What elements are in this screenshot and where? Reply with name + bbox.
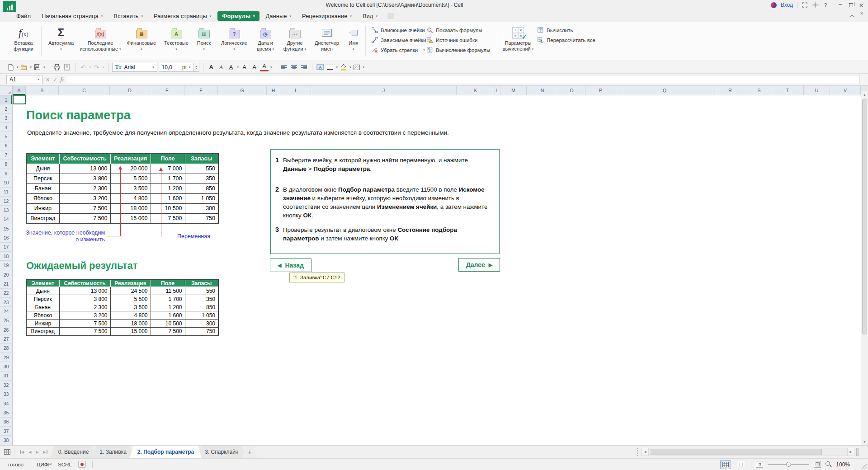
- trace-precedents-button[interactable]: Влияющие ячейки: [372, 27, 427, 34]
- text-effects-button[interactable]: A: [250, 62, 259, 72]
- pane-splitter[interactable]: [856, 448, 859, 456]
- chevron-down-icon[interactable]: ▾: [17, 66, 19, 69]
- table-cell[interactable]: 350: [185, 295, 218, 303]
- column-header-b[interactable]: B: [26, 86, 59, 95]
- column-header-r[interactable]: R: [713, 86, 747, 95]
- table-cell[interactable]: Яблоко: [26, 311, 59, 320]
- login-button[interactable]: Вход: [781, 2, 793, 8]
- font-size-stepper[interactable]: ▴▾: [194, 63, 199, 72]
- menu-item[interactable]: Начальная страница▾: [37, 11, 107, 21]
- row-header-30[interactable]: 30: [0, 362, 13, 371]
- table-cell[interactable]: 13 000: [59, 164, 110, 174]
- table-header-cell[interactable]: Поле: [151, 280, 185, 287]
- close-button[interactable]: ×: [858, 2, 864, 8]
- row-header-1[interactable]: 1: [0, 95, 13, 104]
- fill-color-button[interactable]: [339, 62, 348, 72]
- font-family-select[interactable]: TтArial ▾: [112, 63, 157, 72]
- formula-input[interactable]: [67, 75, 860, 84]
- recent-functions-button[interactable]: f(x)Последниеиспользованные ▾: [79, 22, 122, 61]
- add-sheet-tab[interactable]: +: [241, 446, 258, 458]
- table-cell[interactable]: 11 500: [151, 287, 185, 295]
- row-header-19[interactable]: 19: [0, 261, 13, 270]
- table-cell[interactable]: 15 000: [110, 213, 151, 223]
- table-cell[interactable]: 550: [185, 287, 218, 295]
- table-cell[interactable]: 10 500: [151, 320, 185, 328]
- confirm-icon[interactable]: ✓: [53, 77, 57, 83]
- table-header-cell[interactable]: Запасы: [185, 280, 218, 287]
- menu-item[interactable]: Вид▾: [358, 11, 382, 21]
- new-document-button[interactable]: [6, 62, 15, 72]
- row-header-12[interactable]: 12: [0, 197, 13, 206]
- collapse-ribbon-button[interactable]: [849, 11, 854, 19]
- chevron-down-icon[interactable]: ▾: [336, 66, 338, 69]
- row-header-7[interactable]: 7: [0, 150, 13, 160]
- table-cell[interactable]: 7 500: [59, 203, 110, 213]
- column-header-d[interactable]: D: [110, 86, 150, 95]
- table-header-cell[interactable]: Элемент: [26, 280, 59, 287]
- menu-item[interactable]: Данные▾: [261, 11, 296, 21]
- table-cell[interactable]: 1 200: [151, 183, 185, 193]
- table-cell[interactable]: 3 500: [110, 183, 151, 193]
- table-cell[interactable]: 7 500: [151, 213, 185, 223]
- scroll-right-icon[interactable]: ▶: [847, 448, 854, 456]
- table-cell[interactable]: 1 050: [185, 311, 218, 320]
- chevron-down-icon[interactable]: ▾: [237, 66, 239, 69]
- calculate-button[interactable]: +×Вычислить: [538, 27, 605, 34]
- column-header-k[interactable]: K: [457, 86, 495, 95]
- next-sheet-button[interactable]: ▶: [36, 450, 38, 454]
- table-cell[interactable]: 3 500: [110, 303, 151, 311]
- row-header-31[interactable]: 31: [0, 371, 13, 381]
- table-header-cell[interactable]: Запасы: [185, 153, 218, 164]
- row-header-27[interactable]: 27: [0, 334, 13, 343]
- help-icon[interactable]: ?: [822, 2, 829, 8]
- row-header-37[interactable]: 37: [0, 427, 13, 436]
- underline-button[interactable]: A: [227, 62, 236, 72]
- align-left-button[interactable]: [280, 62, 288, 72]
- table-cell[interactable]: 750: [185, 213, 218, 223]
- table-cell[interactable]: 300: [185, 320, 218, 328]
- table-header-cell[interactable]: Себестоимость: [59, 280, 110, 287]
- menu-item[interactable]: Файл: [12, 11, 35, 21]
- spreadsheet-area[interactable]: ABCDEFGHIJKLMNOPQRSTUV 12345678910111213…: [0, 86, 868, 445]
- name-box[interactable]: A1 ▾: [6, 75, 42, 84]
- table-header-cell[interactable]: Поле: [151, 153, 185, 164]
- row-header-16[interactable]: 16: [0, 233, 13, 242]
- table-cell[interactable]: Инжир: [26, 320, 59, 328]
- row-header-5[interactable]: 5: [0, 132, 13, 141]
- minimize-button[interactable]: –: [837, 2, 844, 8]
- table-header-cell[interactable]: Элемент: [26, 153, 59, 164]
- macro-record-button[interactable]: [78, 461, 86, 468]
- calculation-options-button[interactable]: +×÷=✓ Параметры вычислений ▾: [499, 22, 538, 61]
- redo-button[interactable]: ↷: [92, 62, 101, 72]
- table-cell[interactable]: 1 200: [151, 303, 185, 311]
- table-cell[interactable]: 1 600: [151, 311, 185, 320]
- financial-functions-button[interactable]: ≣Финансовые▾: [122, 22, 161, 61]
- chevron-down-icon[interactable]: ▾: [43, 66, 45, 69]
- previous-sheet-button[interactable]: ◀: [28, 450, 31, 454]
- table-cell[interactable]: 7 500: [59, 320, 110, 328]
- row-header-36[interactable]: 36: [0, 418, 13, 427]
- table-cell[interactable]: 3 800: [59, 295, 110, 303]
- cancel-icon[interactable]: ✕: [46, 77, 50, 83]
- table-cell[interactable]: 550: [185, 164, 218, 174]
- row-header-23[interactable]: 23: [0, 298, 13, 307]
- insert-function-icon[interactable]: fx: [60, 76, 63, 83]
- zoom-in-button[interactable]: [814, 461, 821, 468]
- scroll-down-icon[interactable]: ▼: [861, 438, 868, 445]
- recalculate-all-button[interactable]: ↻Перерассчитать все: [538, 37, 605, 44]
- tab-split-handle[interactable]: [637, 448, 639, 456]
- align-center-button[interactable]: [290, 62, 298, 72]
- zoom-out-button[interactable]: [756, 461, 763, 468]
- row-header-24[interactable]: 24: [0, 307, 13, 316]
- row-header-6[interactable]: 6: [0, 141, 13, 150]
- table-cell[interactable]: 2 300: [59, 183, 110, 193]
- lookup-functions-button[interactable]: HПоиск▾: [191, 22, 217, 61]
- scroll-up-icon[interactable]: ▲: [861, 91, 868, 98]
- undo-button[interactable]: ↶: [79, 62, 88, 72]
- table-cell[interactable]: Персик: [26, 295, 59, 303]
- menu-item[interactable]: Рецензирование▾: [297, 11, 356, 21]
- borders-button[interactable]: [326, 62, 335, 72]
- table-cell[interactable]: Дыня: [26, 164, 59, 174]
- row-header-11[interactable]: 11: [0, 188, 13, 197]
- remove-arrows-button[interactable]: Убрать стрелки▾: [372, 47, 427, 54]
